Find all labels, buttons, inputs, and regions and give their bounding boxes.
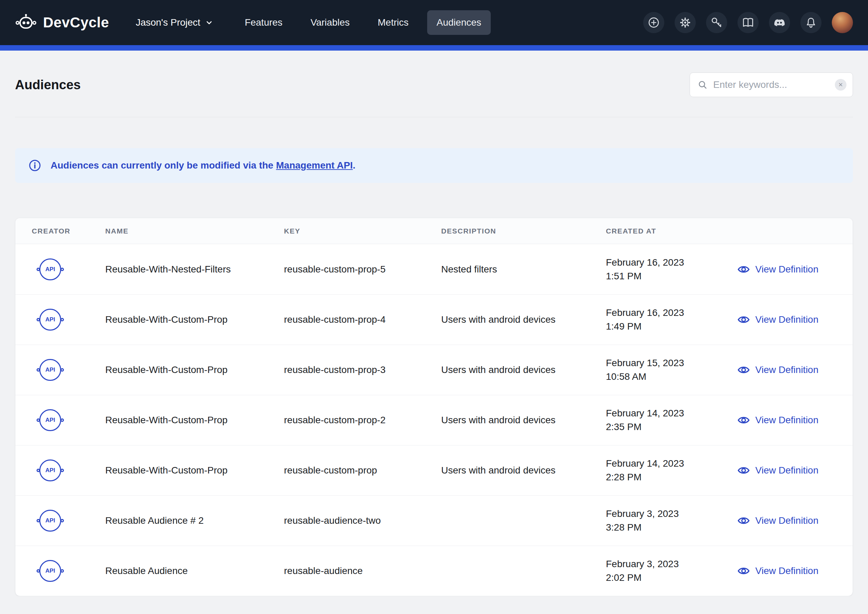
view-definition-label: View Definition [755,415,818,426]
table-row: API Reusable-With-Nested-Filters reusabl… [16,244,852,294]
table-row: API Reusable-With-Custom-Prop reusable-c… [16,345,852,395]
api-creator-badge: API [39,510,61,532]
table-row: API Reusable-With-Custom-Prop reusable-c… [16,395,852,445]
project-name: Jason's Project [136,17,200,28]
created-date: February 16, 2023 [606,306,729,320]
eye-icon [737,465,750,476]
api-badge-label: API [45,567,55,574]
audience-name: Reusable-With-Custom-Prop [105,314,284,325]
devcycle-logo-icon [15,13,37,32]
audience-name: Reusable-With-Custom-Prop [105,465,284,476]
audience-key: reusable-audience-two [284,515,441,526]
brand-name: DevCycle [43,14,109,31]
view-definition-label: View Definition [755,364,818,375]
nav-item-variables[interactable]: Variables [301,10,360,35]
api-creator-badge: API [39,560,61,582]
column-header-description: DESCRIPTION [441,227,606,235]
audience-key: reusable-custom-prop [284,465,441,476]
view-definition-label: View Definition [755,515,818,526]
eye-icon [737,515,750,526]
view-definition-label: View Definition [755,566,818,577]
created-date: February 3, 2023 [606,507,729,521]
api-creator-badge: API [39,409,61,431]
eye-icon [737,415,750,426]
gear-icon[interactable] [674,12,696,33]
created-at: February 3, 2023 2:02 PM [606,557,729,584]
audience-description: Nested filters [441,264,606,275]
created-at: February 16, 2023 1:51 PM [606,256,729,283]
view-definition-link[interactable]: View Definition [737,566,818,577]
eye-icon [737,264,750,275]
api-badge-label: API [45,367,55,373]
api-badge-label: API [45,316,55,323]
created-time: 3:28 PM [606,521,729,534]
created-at: February 14, 2023 2:35 PM [606,406,729,434]
search-icon [698,80,708,90]
column-header-creator: CREATOR [32,227,105,235]
page-header: Audiences × [15,73,853,97]
discord-icon[interactable] [769,12,790,33]
table-row: API Reusable Audience reusable-audience … [16,546,852,596]
audience-name: Reusable Audience [105,566,284,577]
created-at: February 3, 2023 3:28 PM [606,507,729,534]
nav-item-audiences[interactable]: Audiences [427,10,491,35]
column-header-created-at: CREATED AT [606,227,729,235]
key-icon[interactable] [706,12,727,33]
primary-nav: FeaturesVariablesMetricsAudiences [235,10,491,35]
api-badge-label: API [45,417,55,424]
audience-description: Users with android devices [441,314,606,325]
created-time: 1:51 PM [606,269,729,283]
view-definition-link[interactable]: View Definition [737,364,818,375]
api-badge-label: API [45,517,55,524]
bell-icon[interactable] [800,12,822,33]
search-input[interactable] [713,79,829,90]
table-row: API Reusable Audience # 2 reusable-audie… [16,495,852,546]
view-definition-link[interactable]: View Definition [737,465,818,476]
plus-circle-icon[interactable] [643,12,664,33]
api-creator-badge: API [39,258,61,280]
accent-bar [0,45,868,51]
avatar[interactable] [832,12,853,33]
audience-description: Users with android devices [441,364,606,375]
nav-item-features[interactable]: Features [235,10,292,35]
nav-item-metrics[interactable]: Metrics [368,10,418,35]
audience-name: Reusable-With-Nested-Filters [105,264,284,275]
api-creator-badge: API [39,460,61,481]
created-time: 2:02 PM [606,571,729,584]
created-time: 2:35 PM [606,420,729,434]
brand[interactable]: DevCycle [15,13,109,32]
column-header-key: KEY [284,227,441,235]
created-date: February 15, 2023 [606,356,729,370]
clear-search-icon[interactable]: × [835,79,846,90]
project-selector[interactable]: Jason's Project [136,17,213,28]
audience-name: Reusable Audience # 2 [105,515,284,526]
created-date: February 14, 2023 [606,457,729,470]
created-at: February 15, 2023 10:58 AM [606,356,729,384]
audience-name: Reusable-With-Custom-Prop [105,364,284,375]
management-api-link[interactable]: Management API [276,160,353,171]
book-icon[interactable] [738,12,759,33]
audience-key: reusable-custom-prop-3 [284,364,441,375]
audience-description: Users with android devices [441,415,606,426]
banner-text: Audiences can currently only be modified… [51,160,355,171]
navbar-icons [643,12,853,33]
audiences-table: CREATOR NAME KEY DESCRIPTION CREATED AT … [15,218,853,596]
api-creator-badge: API [39,309,61,331]
audience-key: reusable-custom-prop-5 [284,264,441,275]
audience-key: reusable-audience [284,566,441,577]
created-time: 10:58 AM [606,370,729,384]
eye-icon [737,314,750,325]
view-definition-link[interactable]: View Definition [737,314,818,325]
view-definition-link[interactable]: View Definition [737,264,818,275]
view-definition-label: View Definition [755,264,818,275]
created-date: February 3, 2023 [606,557,729,571]
table-body: API Reusable-With-Nested-Filters reusabl… [16,244,852,596]
created-date: February 14, 2023 [606,406,729,420]
view-definition-label: View Definition [755,465,818,476]
view-definition-label: View Definition [755,314,818,325]
created-time: 1:49 PM [606,320,729,333]
view-definition-link[interactable]: View Definition [737,515,818,526]
view-definition-link[interactable]: View Definition [737,415,818,426]
api-creator-badge: API [39,359,61,381]
table-row: API Reusable-With-Custom-Prop reusable-c… [16,294,852,345]
